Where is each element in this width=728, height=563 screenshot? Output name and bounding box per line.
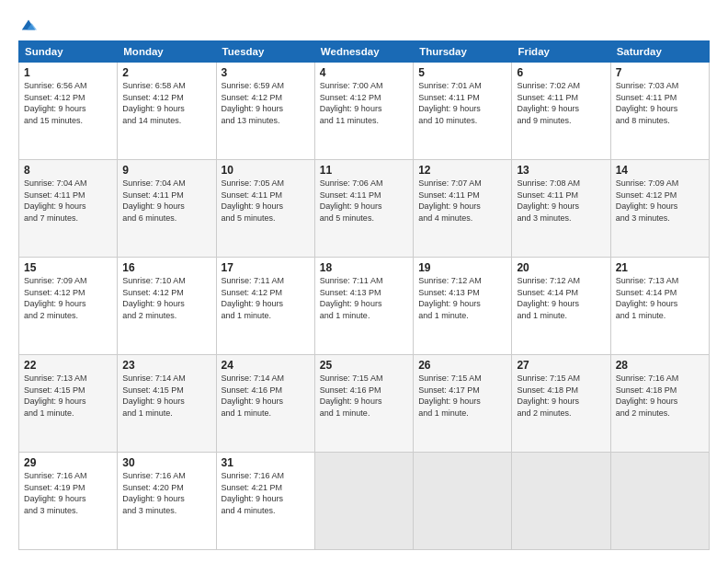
day-number: 2 bbox=[122, 66, 210, 79]
day-cell: 22Sunrise: 7:13 AM Sunset: 4:15 PM Dayli… bbox=[19, 355, 118, 453]
day-info: Sunrise: 7:09 AM Sunset: 4:12 PM Dayligh… bbox=[24, 275, 112, 321]
page: SundayMondayTuesdayWednesdayThursdayFrid… bbox=[0, 0, 728, 563]
day-number: 21 bbox=[616, 261, 704, 274]
day-cell: 29Sunrise: 7:16 AM Sunset: 4:19 PM Dayli… bbox=[19, 453, 118, 550]
day-cell bbox=[512, 453, 610, 550]
header-cell-thursday: Thursday bbox=[414, 41, 512, 63]
day-cell: 21Sunrise: 7:13 AM Sunset: 4:14 PM Dayli… bbox=[610, 258, 709, 355]
day-info: Sunrise: 7:07 AM Sunset: 4:11 PM Dayligh… bbox=[418, 178, 506, 224]
day-number: 18 bbox=[320, 261, 408, 274]
header bbox=[18, 17, 710, 33]
day-number: 17 bbox=[222, 261, 310, 274]
day-cell: 23Sunrise: 7:14 AM Sunset: 4:15 PM Dayli… bbox=[118, 355, 216, 453]
day-number: 8 bbox=[24, 164, 112, 177]
day-number: 10 bbox=[222, 164, 310, 177]
week-row-5: 29Sunrise: 7:16 AM Sunset: 4:19 PM Dayli… bbox=[19, 453, 710, 550]
day-number: 31 bbox=[222, 456, 310, 469]
day-cell: 26Sunrise: 7:15 AM Sunset: 4:17 PM Dayli… bbox=[414, 355, 512, 453]
day-cell bbox=[610, 453, 709, 550]
day-cell: 12Sunrise: 7:07 AM Sunset: 4:11 PM Dayli… bbox=[414, 160, 512, 258]
day-cell: 10Sunrise: 7:05 AM Sunset: 4:11 PM Dayli… bbox=[216, 160, 314, 258]
day-cell bbox=[314, 453, 413, 550]
day-cell: 28Sunrise: 7:16 AM Sunset: 4:18 PM Dayli… bbox=[610, 355, 709, 453]
day-number: 22 bbox=[24, 359, 112, 372]
day-info: Sunrise: 7:13 AM Sunset: 4:14 PM Dayligh… bbox=[616, 275, 704, 321]
day-info: Sunrise: 7:05 AM Sunset: 4:11 PM Dayligh… bbox=[222, 178, 310, 224]
day-info: Sunrise: 7:13 AM Sunset: 4:15 PM Dayligh… bbox=[24, 373, 112, 419]
calendar-body: 1Sunrise: 6:56 AM Sunset: 4:12 PM Daylig… bbox=[19, 63, 710, 550]
day-number: 1 bbox=[24, 66, 112, 79]
logo bbox=[18, 17, 37, 33]
day-cell: 5Sunrise: 7:01 AM Sunset: 4:11 PM Daylig… bbox=[414, 63, 512, 160]
day-number: 30 bbox=[122, 456, 210, 469]
logo-icon bbox=[20, 17, 37, 33]
day-cell bbox=[414, 453, 512, 550]
day-info: Sunrise: 7:08 AM Sunset: 4:11 PM Dayligh… bbox=[517, 178, 605, 224]
day-info: Sunrise: 7:16 AM Sunset: 4:21 PM Dayligh… bbox=[222, 470, 310, 516]
day-cell: 15Sunrise: 7:09 AM Sunset: 4:12 PM Dayli… bbox=[19, 258, 118, 355]
day-number: 27 bbox=[517, 359, 605, 372]
day-number: 12 bbox=[418, 164, 506, 177]
day-info: Sunrise: 7:12 AM Sunset: 4:14 PM Dayligh… bbox=[517, 275, 605, 321]
header-cell-monday: Monday bbox=[118, 41, 216, 63]
day-info: Sunrise: 7:11 AM Sunset: 4:12 PM Dayligh… bbox=[222, 275, 310, 321]
day-cell: 16Sunrise: 7:10 AM Sunset: 4:12 PM Dayli… bbox=[118, 258, 216, 355]
day-info: Sunrise: 7:04 AM Sunset: 4:11 PM Dayligh… bbox=[122, 178, 210, 224]
day-cell: 8Sunrise: 7:04 AM Sunset: 4:11 PM Daylig… bbox=[19, 160, 118, 258]
day-cell: 3Sunrise: 6:59 AM Sunset: 4:12 PM Daylig… bbox=[216, 63, 314, 160]
day-info: Sunrise: 7:15 AM Sunset: 4:16 PM Dayligh… bbox=[320, 373, 408, 419]
day-info: Sunrise: 7:01 AM Sunset: 4:11 PM Dayligh… bbox=[418, 80, 506, 126]
day-info: Sunrise: 7:15 AM Sunset: 4:17 PM Dayligh… bbox=[418, 373, 506, 419]
day-info: Sunrise: 7:09 AM Sunset: 4:12 PM Dayligh… bbox=[616, 178, 704, 224]
header-cell-sunday: Sunday bbox=[19, 41, 118, 63]
day-number: 14 bbox=[616, 164, 704, 177]
day-cell: 31Sunrise: 7:16 AM Sunset: 4:21 PM Dayli… bbox=[216, 453, 314, 550]
header-cell-tuesday: Tuesday bbox=[216, 41, 314, 63]
day-cell: 27Sunrise: 7:15 AM Sunset: 4:18 PM Dayli… bbox=[512, 355, 610, 453]
day-info: Sunrise: 7:10 AM Sunset: 4:12 PM Dayligh… bbox=[122, 275, 210, 321]
day-number: 5 bbox=[418, 66, 506, 79]
day-number: 4 bbox=[320, 66, 408, 79]
day-info: Sunrise: 7:15 AM Sunset: 4:18 PM Dayligh… bbox=[517, 373, 605, 419]
calendar-header-row: SundayMondayTuesdayWednesdayThursdayFrid… bbox=[19, 41, 710, 63]
day-info: Sunrise: 7:04 AM Sunset: 4:11 PM Dayligh… bbox=[24, 178, 112, 224]
day-cell: 24Sunrise: 7:14 AM Sunset: 4:16 PM Dayli… bbox=[216, 355, 314, 453]
day-number: 15 bbox=[24, 261, 112, 274]
day-number: 3 bbox=[222, 66, 310, 79]
day-cell: 30Sunrise: 7:16 AM Sunset: 4:20 PM Dayli… bbox=[118, 453, 216, 550]
day-info: Sunrise: 6:58 AM Sunset: 4:12 PM Dayligh… bbox=[122, 80, 210, 126]
day-cell: 18Sunrise: 7:11 AM Sunset: 4:13 PM Dayli… bbox=[314, 258, 413, 355]
day-info: Sunrise: 7:16 AM Sunset: 4:19 PM Dayligh… bbox=[24, 470, 112, 516]
day-number: 16 bbox=[122, 261, 210, 274]
calendar: SundayMondayTuesdayWednesdayThursdayFrid… bbox=[18, 40, 710, 550]
day-cell: 4Sunrise: 7:00 AM Sunset: 4:12 PM Daylig… bbox=[314, 63, 413, 160]
header-cell-saturday: Saturday bbox=[610, 41, 709, 63]
day-cell: 6Sunrise: 7:02 AM Sunset: 4:11 PM Daylig… bbox=[512, 63, 610, 160]
week-row-1: 1Sunrise: 6:56 AM Sunset: 4:12 PM Daylig… bbox=[19, 63, 710, 160]
day-cell: 19Sunrise: 7:12 AM Sunset: 4:13 PM Dayli… bbox=[414, 258, 512, 355]
day-number: 7 bbox=[616, 66, 704, 79]
day-info: Sunrise: 7:11 AM Sunset: 4:13 PM Dayligh… bbox=[320, 275, 408, 321]
day-info: Sunrise: 6:56 AM Sunset: 4:12 PM Dayligh… bbox=[24, 80, 112, 126]
day-number: 11 bbox=[320, 164, 408, 177]
day-cell: 13Sunrise: 7:08 AM Sunset: 4:11 PM Dayli… bbox=[512, 160, 610, 258]
day-info: Sunrise: 7:06 AM Sunset: 4:11 PM Dayligh… bbox=[320, 178, 408, 224]
day-number: 24 bbox=[222, 359, 310, 372]
day-number: 25 bbox=[320, 359, 408, 372]
day-cell: 25Sunrise: 7:15 AM Sunset: 4:16 PM Dayli… bbox=[314, 355, 413, 453]
day-info: Sunrise: 7:02 AM Sunset: 4:11 PM Dayligh… bbox=[517, 80, 605, 126]
day-number: 19 bbox=[418, 261, 506, 274]
day-info: Sunrise: 7:14 AM Sunset: 4:15 PM Dayligh… bbox=[122, 373, 210, 419]
header-cell-friday: Friday bbox=[512, 41, 610, 63]
day-cell: 2Sunrise: 6:58 AM Sunset: 4:12 PM Daylig… bbox=[118, 63, 216, 160]
day-number: 29 bbox=[24, 456, 112, 469]
day-cell: 20Sunrise: 7:12 AM Sunset: 4:14 PM Dayli… bbox=[512, 258, 610, 355]
day-cell: 7Sunrise: 7:03 AM Sunset: 4:11 PM Daylig… bbox=[610, 63, 709, 160]
day-info: Sunrise: 7:16 AM Sunset: 4:18 PM Dayligh… bbox=[616, 373, 704, 419]
day-number: 28 bbox=[616, 359, 704, 372]
day-info: Sunrise: 7:03 AM Sunset: 4:11 PM Dayligh… bbox=[616, 80, 704, 126]
day-number: 9 bbox=[122, 164, 210, 177]
day-cell: 9Sunrise: 7:04 AM Sunset: 4:11 PM Daylig… bbox=[118, 160, 216, 258]
header-cell-wednesday: Wednesday bbox=[314, 41, 413, 63]
day-cell: 11Sunrise: 7:06 AM Sunset: 4:11 PM Dayli… bbox=[314, 160, 413, 258]
